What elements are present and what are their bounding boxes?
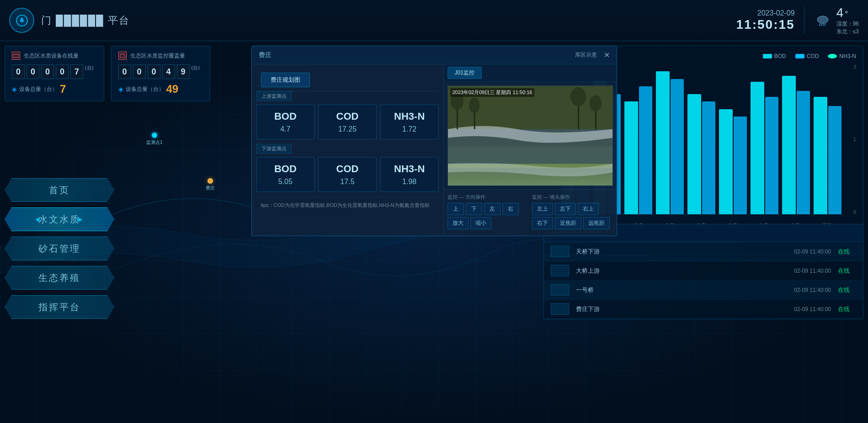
tips-text: tips：COD为化学需氧量指标,BOD为生化需氧量指标,NH3-N为氨氮含量指… <box>256 196 439 214</box>
cam-btn-4[interactable]: 近焦距 <box>555 217 581 229</box>
modal-left: 费庄规划图 上游监测点 BOD 4.7 COD 17.25 <box>252 64 444 236</box>
date-display: 2023-02-09 <box>736 9 795 17</box>
upstream-bod: BOD 4.7 <box>256 105 315 139</box>
svg-line-3 <box>821 23 822 26</box>
modal-tabs: 费庄规划图 <box>256 69 439 91</box>
dir-btn-2[interactable]: 左 <box>484 203 501 215</box>
time-display: 11:50:15 <box>736 17 795 32</box>
dir-btn-1[interactable]: 下 <box>466 203 482 215</box>
camera-tab-1[interactable]: J01监控 <box>447 67 482 79</box>
downstream-nh3: NH3-N 1.98 <box>380 157 439 192</box>
downstream-label: 下游监测点 <box>256 144 292 153</box>
downstream-cod: COD 17.5 <box>318 157 377 192</box>
humidity: 湿度：96 <box>836 20 859 28</box>
temp-unit: ° <box>845 10 848 19</box>
downstream-section: 下游监测点 BOD 5.05 COD 17.5 NH3-N 1.98 <box>256 144 439 192</box>
modal-header: 费庄 库区示意 ✕ <box>252 46 617 64</box>
header-divider <box>804 7 804 34</box>
camera-timestamp: 2023年02月09日三 星期四 11:50:16 <box>450 88 535 97</box>
modal-title: 费庄 <box>259 51 272 59</box>
svg-point-1 <box>817 16 828 23</box>
svg-point-21 <box>570 87 586 106</box>
downstream-bod: BOD 5.05 <box>256 157 315 192</box>
dir-controls: 监控 — 方向操作 上下左右放大缩小 <box>447 194 528 229</box>
modal-body: 费庄规划图 上游监测点 BOD 4.7 COD 17.25 <box>252 64 617 236</box>
temperature: 4 <box>836 5 844 20</box>
dir-buttons: 上下左右放大缩小 <box>447 203 528 229</box>
upstream-nh3: NH3-N 1.72 <box>380 105 439 139</box>
camera-feed: 2023年02月09日三 星期四 11:50:16 <box>447 85 613 186</box>
modal: 费庄 库区示意 ✕ 费庄规划图 上游监测点 BOD 4.7 <box>251 46 617 236</box>
cam-btn-0[interactable]: 左上 <box>532 203 553 215</box>
svg-line-5 <box>825 23 825 26</box>
cam-title: 监控 — 镜头操作 <box>532 194 613 201</box>
dir-btn-4[interactable]: 放大 <box>447 217 469 229</box>
wind: 东北：≤3 <box>836 28 859 36</box>
dir-btn-3[interactable]: 右 <box>502 203 519 215</box>
upstream-cod: COD 17.25 <box>318 105 377 139</box>
camera-controls: 监控 — 方向操作 上下左右放大缩小 监控 — 镜头操作 左上左下右上右下近焦距… <box>444 190 617 236</box>
modal-overlay: 费庄 库区示意 ✕ 费庄规划图 上游监测点 BOD 4.7 <box>0 41 868 423</box>
modal-close-button[interactable]: ✕ <box>604 51 610 59</box>
logo-section: 门 ██████ 平台 <box>9 8 130 33</box>
camera-scene <box>448 86 612 185</box>
app-title: 门 ██████ 平台 <box>41 14 130 27</box>
controls-row: 监控 — 方向操作 上下左右放大缩小 监控 — 镜头操作 左上左下右上右下近焦距… <box>447 194 613 229</box>
logo-icon <box>9 8 34 33</box>
header-right: 2023-02-09 11:50:15 4 ° 湿度：96 东 <box>736 5 859 36</box>
cam-btn-3[interactable]: 右下 <box>532 217 553 229</box>
cam-controls: 监控 — 镜头操作 左上左下右上右下近焦距远焦距 <box>532 194 613 229</box>
svg-line-2 <box>819 23 820 26</box>
archive-label: 库区示意 <box>575 51 597 59</box>
svg-line-4 <box>823 23 824 26</box>
cam-btn-5[interactable]: 远焦距 <box>583 217 610 229</box>
modal-right: J01监控 <box>444 64 617 236</box>
weather-block: 4 ° 湿度：96 东北：≤3 <box>814 5 859 36</box>
weather-icon <box>814 11 832 31</box>
camera-tabs: J01监控 <box>444 64 617 82</box>
tab-map[interactable]: 费庄规划图 <box>261 73 310 87</box>
header: 门 ██████ 平台 2023-02-09 11:50:15 4 ° <box>0 0 868 41</box>
upstream-metrics: BOD 4.7 COD 17.25 NH3-N 1.72 <box>256 105 439 139</box>
svg-point-19 <box>469 98 479 113</box>
datetime-block: 2023-02-09 11:50:15 <box>736 9 795 32</box>
upstream-section: 上游监测点 BOD 4.7 COD 17.25 NH3-N 1.72 <box>256 91 439 139</box>
dir-btn-5[interactable]: 缩小 <box>470 217 491 229</box>
dir-title: 监控 — 方向操作 <box>447 194 528 201</box>
downstream-metrics: BOD 5.05 COD 17.5 NH3-N 1.98 <box>256 157 439 192</box>
cam-btn-2[interactable]: 右上 <box>578 203 599 215</box>
cam-buttons: 左上左下右上右下近焦距远焦距 <box>532 203 613 229</box>
dir-btn-0[interactable]: 上 <box>447 203 464 215</box>
upstream-label: 上游监测点 <box>256 91 292 101</box>
svg-point-23 <box>589 95 602 111</box>
cam-btn-1[interactable]: 左下 <box>555 203 576 215</box>
